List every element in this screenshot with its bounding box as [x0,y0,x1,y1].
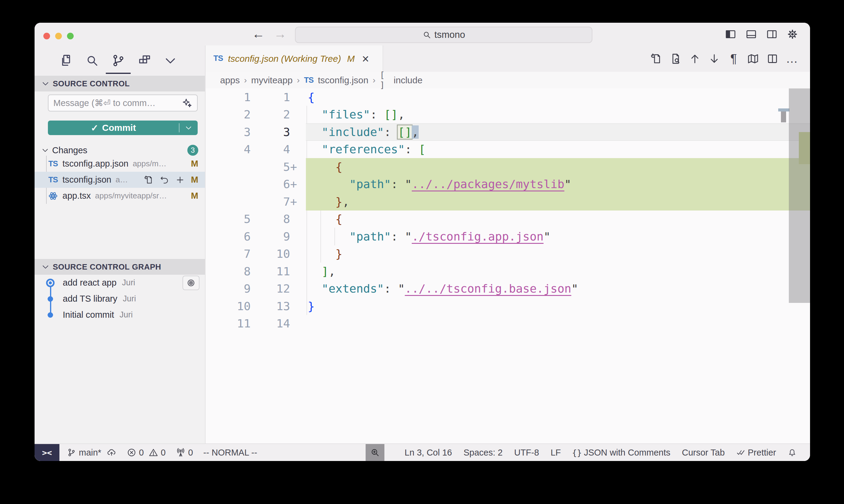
commit-button[interactable]: ✓ Commit [48,123,179,133]
line-number-modified: 2 [251,108,290,121]
ports-indicator[interactable]: 0 [176,448,193,458]
maximize-window-button[interactable] [67,33,74,39]
status-encoding[interactable]: UTF-8 [514,448,539,458]
path-link[interactable]: ../../tsconfig.base.json [405,282,571,295]
arrow-down-icon[interactable] [708,53,720,65]
breadcrumb-item-myviteapp[interactable]: myviteapp [251,75,293,85]
commit-author: Juri [123,294,136,304]
vim-mode-indicator[interactable]: -- NORMAL -- [203,448,257,458]
code-line[interactable]: 44 "references": [ [206,141,810,158]
map-icon[interactable] [747,53,759,65]
code-token [308,282,322,295]
source-control-header[interactable]: SOURCE CONTROL [35,76,205,91]
layout-sidebar-right-icon[interactable] [766,28,778,40]
commit-message-input[interactable]: Message (⌘⏎ to comm… [48,94,198,111]
remote-indicator[interactable]: >< [35,444,59,461]
code-editor[interactable]: 11{22 "files": [],33 "include": [],44 "r… [206,88,810,444]
line-number-original: 7 [206,247,251,260]
changes-section-header[interactable]: Changes 3 [35,145,205,156]
status-notifications[interactable] [788,448,797,457]
breadcrumb-item-tsconfig.json[interactable]: tsconfig.json [318,75,368,85]
back-button[interactable]: ← [252,26,265,42]
sparkle-icon[interactable] [182,98,192,108]
status-language-mode[interactable]: {}JSON with Comments [572,448,670,458]
code-line[interactable]: 22 "files": [], [206,106,810,124]
activity-chevron-down-icon[interactable] [163,54,177,68]
file-row-tsconfig.json[interactable]: TStsconfig.jsona…M [35,172,205,188]
code-line[interactable]: 811 ], [206,263,810,280]
forward-button[interactable]: → [274,26,287,42]
pilcrow-icon[interactable]: ¶ [728,53,740,65]
commit-row[interactable]: Initial commitJuri [35,307,205,323]
code-line[interactable]: 1013} [206,298,810,315]
breadcrumb-item-apps[interactable]: apps [220,75,240,85]
gear-icon[interactable] [787,28,798,40]
activity-extensions-icon[interactable] [137,54,151,68]
code-line-content: "path": "../../packages/mytslib" [308,178,571,191]
stage-icon[interactable] [175,175,185,185]
source-control-graph-header[interactable]: SOURCE CONTROL GRAPH [35,259,205,275]
file-row-app.tsx[interactable]: app.tsxapps/myviteapp/sr…M [35,188,205,204]
close-window-button[interactable] [44,33,50,39]
checkout-commit-button[interactable] [183,276,200,290]
search-icon [422,30,431,39]
minimize-window-button[interactable] [55,33,62,39]
tab-tsconfig-working-tree[interactable]: TS tsconfig.json (Working Tree) M × [206,46,383,72]
code-token: " [405,230,412,243]
status-cursor-tab[interactable]: Cursor Tab [682,448,725,458]
code-line-content: "extends": "../../tsconfig.base.json" [308,282,578,295]
double-check-icon [736,448,745,457]
commit-row[interactable]: add TS libraryJuri [35,291,205,307]
layout-panel-icon[interactable] [745,28,757,40]
commit-author: Juri [122,278,135,287]
status-formatter[interactable]: Prettier [736,448,776,458]
vim-mode-label: -- NORMAL -- [203,448,257,458]
status-cursor-position[interactable]: Ln 3, Col 16 [405,448,452,458]
status-indentation[interactable]: Spaces: 2 [464,448,503,458]
path-link[interactable]: ./tsconfig.app.json [412,230,544,243]
code-line[interactable]: 7+ }, [206,193,810,211]
path-link[interactable]: ../../packages/mytslib [412,178,564,191]
code-line[interactable]: 1114 [206,315,810,332]
status-label: LF [551,448,561,458]
file-search-icon[interactable] [669,53,682,65]
code-line-content: { [308,91,315,104]
commit-dropdown-button[interactable] [179,124,198,132]
activity-files-icon[interactable] [59,54,73,68]
breadcrumb-item-include[interactable]: include [394,75,423,85]
code-line[interactable]: 6+ "path": "../../packages/mytslib" [206,176,810,193]
status-bar-right: Ln 3, Col 16Spaces: 2UTF-8LF{}JSON with … [405,448,797,458]
code-line[interactable]: 5+ { [206,158,810,176]
arrow-up-icon[interactable] [689,53,701,65]
activity-source-control-icon[interactable] [111,54,125,68]
branch-indicator[interactable]: main* [67,448,116,458]
code-token [308,160,335,174]
line-number-modified: 8 [251,212,290,226]
scrollbar[interactable] [789,88,810,303]
status-eol[interactable]: LF [551,448,561,458]
code-line[interactable]: 69 "path": "./tsconfig.app.json" [206,228,810,245]
code-line[interactable]: 33 "include": [], [206,123,810,141]
zoom-status-item[interactable] [366,444,384,461]
discard-icon[interactable] [159,175,169,185]
commit-dot [48,312,53,318]
code-token: : [391,178,405,191]
go-to-file-icon[interactable] [144,175,153,185]
commit-row[interactable]: add react appJuri [35,275,205,291]
command-center-search[interactable]: tsmono [295,26,592,43]
split-editor-icon[interactable] [767,53,778,65]
layout-sidebar-left-icon[interactable] [725,28,737,40]
code-token: } [335,195,343,209]
code-line[interactable]: 912 "extends": "../../tsconfig.base.json… [206,280,810,298]
ports-count: 0 [188,448,193,458]
code-line[interactable]: 710 } [206,245,810,263]
file-row-tsconfig.app.json[interactable]: TStsconfig.app.jsonapps/m…M [35,156,205,172]
code-token [308,143,322,156]
problems-indicator[interactable]: 0 0 [127,448,166,458]
activity-search-icon[interactable] [85,54,99,68]
ellipsis-icon[interactable]: … [786,53,798,65]
go-to-file-icon[interactable] [650,53,662,65]
close-tab-button[interactable]: × [362,54,369,63]
code-line[interactable]: 11{ [206,88,810,106]
code-line[interactable]: 58 { [206,211,810,228]
